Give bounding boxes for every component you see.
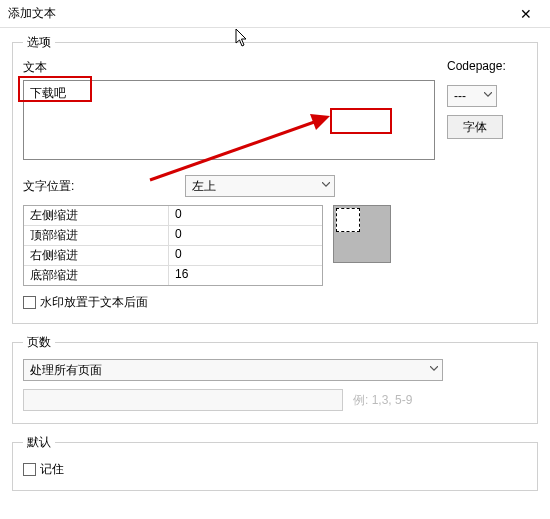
swatch-preview [336,208,360,232]
font-button[interactable]: 字体 [447,115,503,139]
titlebar: 添加文本 ✕ [0,0,550,28]
chevron-down-icon [430,366,438,374]
pages-group: 页数 处理所有页面 例: 1,3, 5-9 [12,334,538,424]
text-label: 文本 [23,59,435,76]
pages-legend: 页数 [23,334,55,351]
pages-mode-value: 处理所有页面 [30,362,102,379]
indent-left-label: 左侧缩进 [24,206,169,225]
pages-range-input [23,389,343,411]
remember-label: 记住 [40,461,64,478]
table-row[interactable]: 左侧缩进 0 [24,206,322,226]
window-title: 添加文本 [8,5,56,22]
pages-hint: 例: 1,3, 5-9 [353,392,412,409]
indent-top-value[interactable]: 0 [169,226,322,245]
chevron-down-icon [484,92,492,100]
default-group: 默认 记住 [12,434,538,491]
chevron-down-icon [322,182,330,190]
remember-checkbox[interactable] [23,463,36,476]
indent-table[interactable]: 左侧缩进 0 顶部缩进 0 右侧缩进 0 底部缩进 16 [23,205,323,286]
position-label: 文字位置: [23,178,173,195]
codepage-label: Codepage: [447,59,527,73]
pages-mode-select[interactable]: 处理所有页面 [23,359,443,381]
indent-right-value[interactable]: 0 [169,246,322,265]
table-row[interactable]: 右侧缩进 0 [24,246,322,266]
codepage-value: --- [454,89,466,103]
indent-top-label: 顶部缩进 [24,226,169,245]
close-button[interactable]: ✕ [510,4,542,24]
close-icon: ✕ [520,6,532,22]
text-input[interactable] [23,80,435,160]
options-group: 选项 文本 Codepage: --- 字体 文字位置: [12,34,538,324]
indent-right-label: 右侧缩进 [24,246,169,265]
watermark-behind-checkbox[interactable] [23,296,36,309]
options-legend: 选项 [23,34,55,51]
position-select[interactable]: 左上 [185,175,335,197]
color-swatch[interactable] [333,205,391,263]
indent-left-value[interactable]: 0 [169,206,322,225]
indent-bottom-value[interactable]: 16 [169,266,322,285]
table-row[interactable]: 顶部缩进 0 [24,226,322,246]
table-row[interactable]: 底部缩进 16 [24,266,322,285]
indent-bottom-label: 底部缩进 [24,266,169,285]
codepage-select[interactable]: --- [447,85,497,107]
position-value: 左上 [192,178,216,195]
default-legend: 默认 [23,434,55,451]
watermark-behind-label: 水印放置于文本后面 [40,294,148,311]
